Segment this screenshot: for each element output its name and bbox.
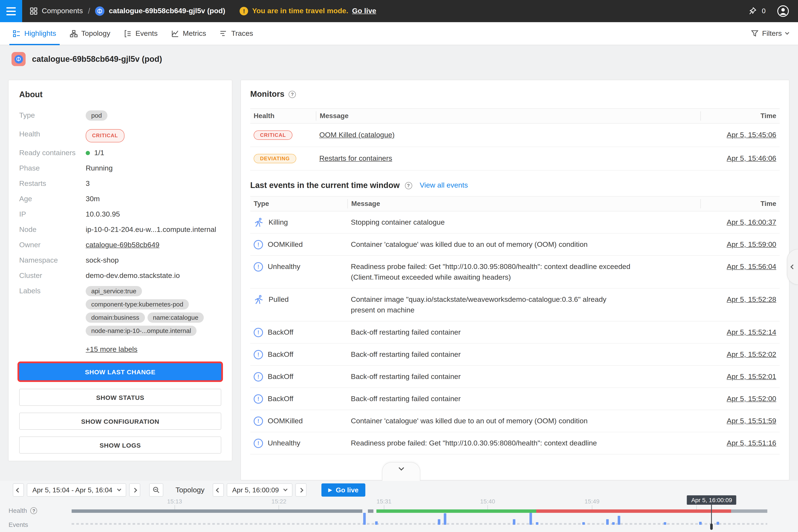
owner-link[interactable]: catalogue-69b58cb649: [86, 240, 159, 250]
column-header: Message: [347, 199, 700, 208]
event-type-cell: !OOMKilled: [250, 239, 347, 250]
warning-text: You are in time travel mode.: [252, 7, 348, 15]
chevron-down-icon: [785, 31, 789, 35]
timeline-expand-toggle[interactable]: [382, 462, 420, 481]
event-time-link[interactable]: Apr 5, 15:52:14: [727, 328, 776, 336]
about-row-labels: Labelsapi_service:truecomponent-type:kub…: [19, 286, 221, 339]
components-grid-icon: [30, 7, 38, 15]
range-back-button[interactable]: [13, 483, 24, 497]
help-icon[interactable]: ?: [405, 182, 412, 189]
monitor-time-link[interactable]: Apr 5, 15:46:06: [727, 154, 776, 163]
event-message-cell: Back-off restarting failed container: [347, 327, 700, 338]
topology-time-select[interactable]: Apr 5, 16:00:09: [227, 483, 293, 497]
timeline-tick: 15:49: [585, 498, 600, 509]
about-panel: About TypepodHealthCRITICALReady contain…: [8, 80, 232, 461]
event-time-link[interactable]: Apr 5, 15:52:00: [727, 395, 776, 403]
event-message: Back-off restarting failed container: [351, 394, 632, 404]
event-time-link[interactable]: Apr 5, 15:52:01: [727, 373, 776, 381]
event-message: Back-off restarting failed container: [351, 327, 632, 338]
runner-icon: [254, 294, 264, 305]
time-cursor-handle[interactable]: [710, 524, 713, 530]
tick-label: 15:13: [167, 498, 182, 505]
breadcrumb-entity-name[interactable]: catalogue-69b58cb649-gjl5v (pod): [109, 7, 225, 15]
about-row-label: Restarts: [19, 178, 86, 188]
ready-containers-value: 1/1: [86, 148, 104, 158]
show-last-change-button[interactable]: SHOW LAST CHANGE: [19, 363, 221, 380]
main-content: catalogue-69b58cb649-gjl5v (pod) About T…: [0, 45, 798, 481]
help-icon[interactable]: ?: [289, 91, 296, 98]
show-status-button[interactable]: SHOW STATUS: [19, 389, 221, 406]
label-chip: api_service:true: [86, 286, 142, 296]
page-title: catalogue-69b58cb649-gjl5v (pod): [32, 54, 162, 64]
event-time-link[interactable]: Apr 5, 15:51:16: [727, 439, 776, 447]
event-time-cell: Apr 5, 15:52:14: [700, 327, 780, 338]
time-back-button[interactable]: [213, 483, 224, 497]
event-type-cell: !BackOff: [250, 394, 347, 404]
user-avatar[interactable]: [777, 5, 790, 18]
monitor-time-link[interactable]: Apr 5, 15:45:06: [727, 131, 776, 139]
tab-topology[interactable]: Topology: [63, 22, 117, 45]
pin-count: 0: [762, 7, 766, 15]
right-drawer-toggle[interactable]: [787, 249, 798, 285]
hamburger-icon: [6, 7, 16, 8]
hamburger-menu-button[interactable]: [0, 0, 22, 22]
event-time-link[interactable]: Apr 5, 15:52:02: [727, 350, 776, 359]
event-bar: [529, 513, 532, 525]
zoom-out-button[interactable]: [149, 483, 163, 497]
tab-traces[interactable]: Traces: [213, 22, 260, 45]
monitor-time-cell: Apr 5, 15:46:06: [700, 154, 780, 163]
breadcrumb-separator: /: [88, 6, 90, 16]
event-bar: [664, 522, 666, 525]
events-baseline: [72, 523, 767, 525]
event-type-cell: !Unhealthy: [250, 438, 347, 449]
event-row: !BackOffBack-off restarting failed conta…: [250, 388, 780, 410]
event-row: !BackOffBack-off restarting failed conta…: [250, 366, 780, 388]
about-row-label: Namespace: [19, 255, 86, 265]
go-live-link[interactable]: Go live: [352, 7, 376, 15]
event-bar: [606, 519, 609, 525]
label-chip: name:catalogue: [147, 312, 204, 323]
view-all-events-link[interactable]: View all events: [420, 181, 468, 190]
show-configuration-button[interactable]: SHOW CONFIGURATION: [19, 413, 221, 430]
more-labels-link[interactable]: +15 more labels: [86, 345, 137, 354]
pin-icon[interactable]: [748, 7, 757, 15]
event-bar: [618, 516, 621, 525]
go-live-button[interactable]: ▶ Go live: [321, 483, 365, 497]
event-message: Back-off restarting failed container: [351, 349, 632, 360]
topology-icon: [70, 30, 77, 37]
monitor-link[interactable]: OOM Killed (catalogue): [319, 131, 395, 139]
event-time-link[interactable]: Apr 5, 15:59:00: [727, 241, 776, 248]
column-header: Time: [700, 199, 780, 208]
health-segment-unknown: [368, 509, 374, 513]
time-range-select[interactable]: Apr 5, 15:04 - Apr 5, 16:04: [27, 483, 126, 497]
event-time-link[interactable]: Apr 5, 15:52:28: [727, 296, 776, 304]
breadcrumb-components[interactable]: Components: [42, 7, 83, 15]
event-message: Readiness probe failed: Get "http://10.0…: [351, 261, 632, 283]
event-time-link[interactable]: Apr 5, 15:56:04: [727, 263, 776, 271]
tab-events[interactable]: Events: [117, 22, 164, 45]
event-message-cell: Back-off restarting failed container: [347, 394, 700, 404]
tab-label: Topology: [81, 29, 110, 38]
event-row: !BackOffBack-off restarting failed conta…: [250, 321, 780, 344]
range-forward-button[interactable]: [129, 483, 140, 497]
filters-button[interactable]: Filters: [751, 29, 788, 38]
about-row: Typepod: [19, 110, 221, 124]
events-heading: Last events in the current time window: [250, 181, 400, 190]
label-chip: domain:business: [86, 312, 145, 323]
monitor-health-cell: DEVIATING: [250, 154, 316, 163]
show-logs-button[interactable]: SHOW LOGS: [19, 437, 221, 454]
health-badge: CRITICAL: [86, 129, 125, 142]
about-row-value: demo-dev.demo.stackstate.io: [86, 271, 180, 281]
event-bar: [375, 521, 378, 525]
help-icon[interactable]: ?: [31, 507, 37, 514]
monitor-link[interactable]: Restarts for containers: [319, 154, 392, 163]
event-time-link[interactable]: Apr 5, 15:51:59: [727, 417, 776, 425]
health-segment-critical: [536, 509, 731, 513]
about-rows: TypepodHealthCRITICALReady containers1/1…: [19, 110, 221, 339]
event-time-link[interactable]: Apr 5, 16:00:37: [727, 218, 776, 226]
about-row: HealthCRITICAL: [19, 129, 221, 142]
time-forward-button[interactable]: [296, 483, 306, 497]
tab-metrics[interactable]: Metrics: [164, 22, 213, 45]
event-message: Back-off restarting failed container: [351, 371, 632, 382]
tab-highlights[interactable]: Highlights: [6, 22, 63, 45]
